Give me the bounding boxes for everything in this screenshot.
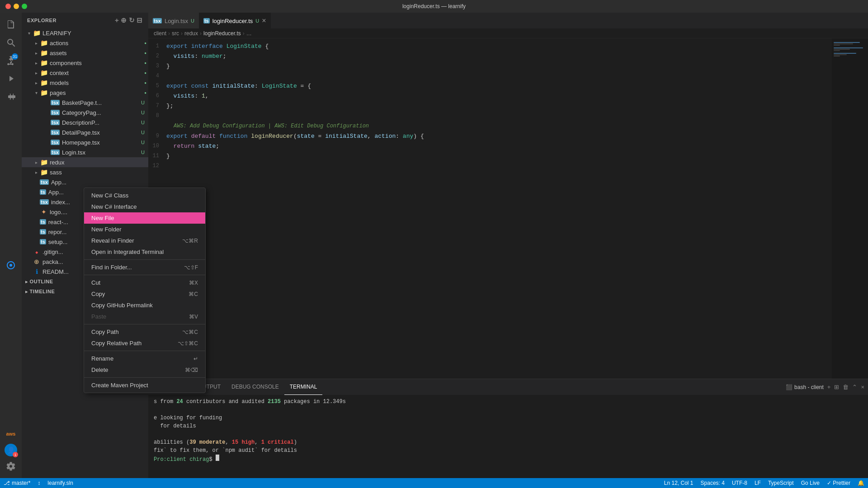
status-eol[interactable]: LF (751, 478, 764, 488)
sidebar-item-login[interactable]: tsx Login.tsx U (22, 147, 148, 157)
menu-item-reveal-finder[interactable]: Reveal in Finder ⌥⌘R (84, 235, 205, 246)
menu-item-delete[interactable]: Delete ⌘⌫ (84, 364, 205, 375)
menu-item-copy[interactable]: Copy ⌘C (84, 288, 205, 300)
menu-item-create-maven[interactable]: Create Maven Project (84, 380, 205, 391)
menu-item-new-file[interactable]: New File (84, 212, 205, 224)
status-bell[interactable]: 🔔 (854, 478, 868, 488)
shortcut: ⌘C (189, 291, 198, 297)
menu-label: New Folder (91, 226, 121, 233)
collapse-action[interactable]: ⊟ (137, 16, 143, 24)
sidebar-item-redux[interactable]: ▸ 📁 redux (22, 157, 148, 167)
split-terminal-button[interactable]: ⊞ (834, 384, 839, 390)
sidebar-item-detailpage[interactable]: tsx DetailPage.tsx U (22, 127, 148, 137)
status-solution[interactable]: learnify.sln (44, 478, 76, 488)
status-encoding[interactable]: UTF-8 (728, 478, 751, 488)
tab-git-badge: U (191, 18, 194, 23)
encoding-text: UTF-8 (732, 480, 747, 486)
categorypage-label: CategoryPag... (62, 109, 139, 116)
folder-icon: 📁 (40, 49, 48, 56)
status-position[interactable]: Ln 12, Col 1 (660, 478, 697, 488)
breadcrumb-src[interactable]: src (172, 30, 179, 37)
sidebar-item-actions[interactable]: ▸ 📁 actions ● (22, 38, 148, 48)
new-folder-action[interactable]: ⊕ (121, 16, 127, 24)
sidebar-item-components[interactable]: ▸ 📁 components ● (22, 58, 148, 68)
settings-icon[interactable] (3, 458, 19, 474)
tree-root-learnify[interactable]: ▾ 📁 LEARNIFY (22, 28, 148, 38)
status-prettier[interactable]: ✓ Prettier (823, 478, 854, 488)
sidebar-item-descriptionpage[interactable]: tsx DescriptionP... U (22, 117, 148, 127)
close-button[interactable] (5, 4, 11, 9)
sidebar-item-sass[interactable]: ▸ 📁 sass (22, 167, 148, 177)
sidebar-item-categorypage[interactable]: tsx CategoryPag... U (22, 108, 148, 117)
activity-extensions[interactable] (3, 89, 19, 105)
menu-item-new-folder[interactable]: New Folder (84, 224, 205, 235)
tab-close-button[interactable]: × (262, 17, 266, 25)
status-branch[interactable]: ⎇ master* (0, 478, 34, 488)
close-panel-button[interactable]: × (861, 384, 864, 390)
activity-source-control[interactable]: 31 (3, 52, 19, 69)
activity-run[interactable] (3, 70, 19, 87)
status-spaces[interactable]: Spaces: 4 (697, 478, 728, 488)
chevron-right-icon: ▸ (33, 61, 40, 66)
code-line-11: 11 } (148, 152, 832, 162)
status-bar: ⎇ master* ↕ learnify.sln Ln 12, Col 1 Sp… (0, 478, 868, 488)
tab-login-tsx[interactable]: tsx Login.tsx U (148, 13, 199, 28)
sidebar-item-assets[interactable]: ▸ 📁 assets ● (22, 48, 148, 58)
sidebar-item-context[interactable]: ▸ 📁 context ● (22, 68, 148, 78)
menu-item-open-terminal[interactable]: Open in Integrated Terminal (84, 246, 205, 258)
maximize-button[interactable] (22, 4, 27, 9)
sidebar-item-app-tsx[interactable]: tsx App... (22, 177, 148, 187)
terminal-content[interactable]: s from 24 contributors and audited 2135 … (148, 395, 868, 478)
menu-item-copy-github[interactable]: Copy GitHub Permalink (84, 300, 205, 311)
menu-item-copy-relative-path[interactable]: Copy Relative Path ⌥⇧⌘C (84, 338, 205, 349)
app-label: App... (51, 179, 148, 186)
breadcrumb-file[interactable]: loginReducer.ts (203, 30, 241, 37)
tab-terminal[interactable]: TERMINAL (284, 379, 323, 395)
breadcrumb-more[interactable]: … (246, 30, 252, 37)
maximize-panel-button[interactable]: ⌃ (852, 384, 857, 390)
git-badge: U (141, 120, 145, 125)
basketpage-label: BasketPage.t... (62, 99, 139, 106)
sidebar-item-homepage[interactable]: tsx Homepage.tsx U (22, 137, 148, 147)
tab-login-reducer[interactable]: ts loginReducer.ts U × (199, 13, 271, 28)
code-line-7: 7 }; (148, 102, 832, 112)
menu-item-rename[interactable]: Rename ↵ (84, 353, 205, 364)
chevron-right-icon: ▸ (33, 160, 40, 165)
code-line-6: 6 visits: 1, (148, 92, 832, 102)
breadcrumb-sep3: › (200, 30, 202, 37)
sidebar-item-pages[interactable]: ▾ 📁 pages ● (22, 88, 148, 98)
breadcrumb-redux[interactable]: redux (184, 30, 198, 37)
activity-search[interactable] (3, 34, 19, 51)
status-go-live[interactable]: Go Live (797, 478, 823, 488)
sidebar-item-basketpage[interactable]: tsx BasketPage.t... U (22, 98, 148, 108)
refresh-action[interactable]: ↻ (129, 16, 135, 24)
breadcrumb-client[interactable]: client (154, 30, 166, 37)
tab-debug-console[interactable]: DEBUG CONSOLE (226, 379, 284, 395)
code-line-4: 4 (148, 72, 832, 82)
activity-files[interactable] (3, 16, 19, 33)
window-title: loginReducer.ts — learnify (402, 3, 466, 9)
trash-terminal-button[interactable]: 🗑 (843, 384, 849, 390)
code-editor[interactable]: 1 export interface LoginState { 2 visits… (148, 38, 832, 379)
new-file-action[interactable]: + (115, 16, 119, 24)
status-language[interactable]: TypeScript (764, 478, 797, 488)
git-indicator: ● (144, 71, 146, 75)
menu-item-copy-path[interactable]: Copy Path ⌥⌘C (84, 326, 205, 338)
git-indicator: ● (144, 81, 146, 85)
descriptionpage-label: DescriptionP... (62, 119, 139, 126)
shortcut: ⌘V (189, 314, 198, 320)
add-terminal-button[interactable]: + (827, 384, 831, 390)
activity-remote[interactable] (3, 257, 19, 273)
git-indicator: ● (144, 61, 146, 65)
menu-item-new-csharp-class[interactable]: New C# Class (84, 190, 205, 201)
menu-item-find-in-folder[interactable]: Find in Folder... ⌥⇧F (84, 262, 205, 273)
status-sync[interactable]: ↕ (34, 478, 44, 488)
minimize-button[interactable] (14, 4, 19, 9)
activity-aws[interactable]: aws (3, 426, 19, 442)
breadcrumb-sep: › (168, 30, 170, 37)
menu-item-new-csharp-interface[interactable]: New C# Interface (84, 201, 205, 212)
menu-item-cut[interactable]: Cut ⌘X (84, 277, 205, 288)
source-control-badge: 31 (12, 53, 18, 60)
accounts-icon[interactable]: 👤 1 (5, 444, 17, 456)
sidebar-item-models[interactable]: ▸ 📁 models ● (22, 78, 148, 88)
